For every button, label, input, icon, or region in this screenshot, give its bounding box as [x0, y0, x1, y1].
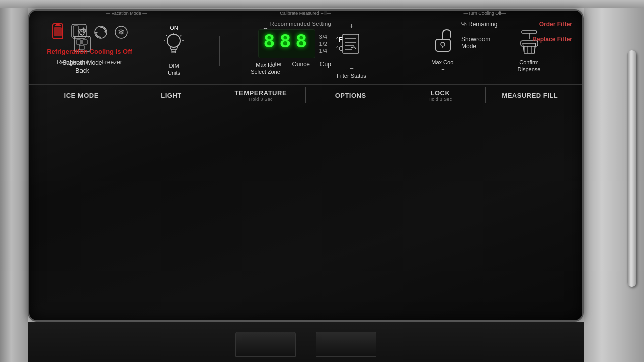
replace-filter-label[interactable]: Replace Filter — [532, 36, 572, 52]
control-panel: ❄ — [28, 9, 584, 322]
fridge-right-panel — [584, 0, 644, 362]
refrigerator-label: Refrigerator — [57, 59, 89, 66]
temp-units: °F °C — [336, 36, 344, 52]
temp-c: °C — [336, 45, 344, 52]
amount-liter: Liter — [270, 61, 282, 68]
svg-text:❄: ❄ — [118, 28, 124, 36]
dispenser-slot-left[interactable] — [235, 332, 296, 357]
digit-3 — [296, 33, 310, 55]
showroom-mode-label: ShowroomMode — [461, 36, 490, 50]
order-filter-label[interactable]: Order Filter — [539, 21, 572, 30]
freezer-label: Freezer — [102, 59, 122, 66]
fraction-3-4: 3/4 — [319, 34, 327, 40]
dispenser-area — [28, 322, 584, 362]
digit-2 — [280, 33, 294, 55]
dispenser-slot-right[interactable] — [316, 332, 376, 357]
fridge-top-edge — [0, 0, 644, 8]
fridge-icon — [51, 23, 65, 41]
fraction-labels: 3/4 1/2 1/4 — [319, 34, 327, 54]
svg-rect-5 — [73, 26, 78, 37]
status-section: ❄ — [39, 18, 140, 66]
svg-text:❄: ❄ — [80, 26, 87, 35]
recommended-label: Recommended Setting — [270, 21, 331, 27]
svg-rect-2 — [54, 27, 62, 36]
refrigerator-body: ❄ — [0, 0, 644, 362]
freezer-icon: ❄ — [71, 23, 87, 41]
seven-seg-display — [258, 29, 315, 58]
fraction-1-4: 1/4 — [319, 48, 327, 54]
fridge-left-panel — [0, 0, 28, 362]
fraction-1-2: 1/2 — [319, 41, 327, 47]
temp-f: °F — [336, 36, 344, 43]
amount-ounce: Ounce — [292, 61, 309, 68]
ref-freezer-labels: Refrigerator Freezer — [57, 59, 122, 66]
center-display: Recommended Setting 3/4 1/2 1/4 °F — [140, 18, 461, 68]
amount-cup: Cup — [320, 61, 331, 68]
percent-remaining: % Remaining — [461, 21, 497, 28]
door-handle — [627, 50, 636, 287]
digit-1 — [264, 33, 278, 55]
refresh-icon — [93, 25, 108, 40]
filter-section: % Remaining Order Filter ShowroomMode Re… — [461, 18, 572, 52]
fridge-icons-row: ❄ — [51, 23, 128, 41]
top-display: ❄ — [29, 11, 582, 121]
amount-labels: Liter Ounce Cup — [270, 61, 331, 68]
cooling-status-text: Refrigeration Cooling Is Off — [47, 48, 132, 56]
snowflake-icon: ❄ — [114, 25, 128, 39]
display-row: 3/4 1/2 1/4 °F °C — [258, 29, 344, 58]
svg-rect-1 — [55, 25, 61, 26]
svg-rect-3 — [56, 23, 60, 25]
